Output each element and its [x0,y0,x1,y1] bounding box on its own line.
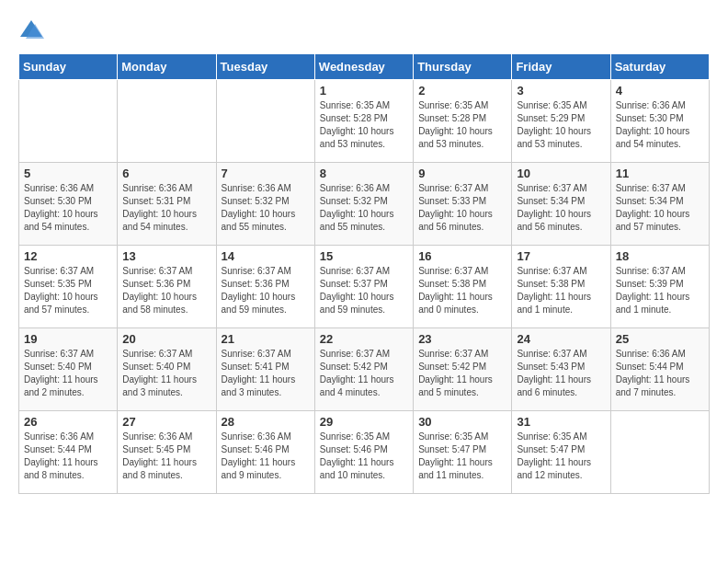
day-number: 20 [122,332,210,346]
calendar-cell: 14Sunrise: 6:37 AM Sunset: 5:36 PM Dayli… [216,246,314,328]
calendar-cell: 11Sunrise: 6:37 AM Sunset: 5:34 PM Dayli… [610,163,709,246]
day-info: Sunrise: 6:36 AM Sunset: 5:32 PM Dayligh… [222,182,310,234]
calendar-cell: 25Sunrise: 6:36 AM Sunset: 5:44 PM Dayli… [610,328,709,411]
calendar-cell: 12Sunrise: 6:37 AM Sunset: 5:35 PM Dayli… [19,246,118,328]
calendar-cell: 31Sunrise: 6:35 AM Sunset: 5:47 PM Dayli… [512,411,610,494]
day-number: 9 [418,167,506,180]
day-info: Sunrise: 6:35 AM Sunset: 5:29 PM Dayligh… [517,99,605,151]
day-number: 30 [418,415,506,429]
calendar-cell: 7Sunrise: 6:36 AM Sunset: 5:32 PM Daylig… [216,163,314,246]
calendar-week-row: 12Sunrise: 6:37 AM Sunset: 5:35 PM Dayli… [19,246,710,328]
calendar-header [18,18,710,44]
calendar-cell: 6Sunrise: 6:36 AM Sunset: 5:31 PM Daylig… [118,163,216,246]
calendar-cell: 3Sunrise: 6:35 AM Sunset: 5:29 PM Daylig… [512,80,610,163]
calendar-cell: 26Sunrise: 6:36 AM Sunset: 5:44 PM Dayli… [19,411,118,494]
day-info: Sunrise: 6:35 AM Sunset: 5:28 PM Dayligh… [418,99,506,151]
day-number: 23 [418,332,506,346]
day-number: 25 [616,332,704,346]
calendar-cell: 19Sunrise: 6:37 AM Sunset: 5:40 PM Dayli… [19,328,118,411]
calendar-cell: 9Sunrise: 6:37 AM Sunset: 5:33 PM Daylig… [414,163,512,246]
day-info: Sunrise: 6:37 AM Sunset: 5:33 PM Dayligh… [418,182,506,234]
day-number: 1 [320,84,408,98]
weekday-header-tuesday: Tuesday [216,54,314,80]
calendar-cell: 24Sunrise: 6:37 AM Sunset: 5:43 PM Dayli… [512,328,610,411]
day-number: 10 [517,167,605,180]
day-number: 24 [517,332,605,346]
day-info: Sunrise: 6:36 AM Sunset: 5:46 PM Dayligh… [222,431,310,482]
calendar-cell: 20Sunrise: 6:37 AM Sunset: 5:40 PM Dayli… [118,328,216,411]
day-info: Sunrise: 6:37 AM Sunset: 5:34 PM Dayligh… [616,182,704,234]
calendar-cell [118,80,216,163]
day-info: Sunrise: 6:35 AM Sunset: 5:46 PM Dayligh… [320,431,408,482]
weekday-header-sunday: Sunday [19,54,118,80]
day-info: Sunrise: 6:37 AM Sunset: 5:34 PM Dayligh… [517,182,605,234]
calendar-cell: 23Sunrise: 6:37 AM Sunset: 5:42 PM Dayli… [414,328,512,411]
weekday-header-thursday: Thursday [414,54,512,80]
day-info: Sunrise: 6:37 AM Sunset: 5:36 PM Dayligh… [222,265,310,316]
day-info: Sunrise: 6:36 AM Sunset: 5:44 PM Dayligh… [24,431,112,482]
day-info: Sunrise: 6:35 AM Sunset: 5:47 PM Dayligh… [418,431,506,482]
day-number: 14 [222,249,310,263]
day-info: Sunrise: 6:37 AM Sunset: 5:42 PM Dayligh… [418,348,506,399]
calendar-cell: 15Sunrise: 6:37 AM Sunset: 5:37 PM Dayli… [314,246,413,328]
day-info: Sunrise: 6:37 AM Sunset: 5:40 PM Dayligh… [122,348,210,399]
day-info: Sunrise: 6:36 AM Sunset: 5:44 PM Dayligh… [616,348,704,399]
weekday-header-saturday: Saturday [610,54,709,80]
day-info: Sunrise: 6:37 AM Sunset: 5:39 PM Dayligh… [616,265,704,316]
calendar-cell: 10Sunrise: 6:37 AM Sunset: 5:34 PM Dayli… [512,163,610,246]
day-info: Sunrise: 6:36 AM Sunset: 5:31 PM Dayligh… [122,182,210,234]
day-info: Sunrise: 6:35 AM Sunset: 5:28 PM Dayligh… [320,99,408,151]
day-info: Sunrise: 6:35 AM Sunset: 5:47 PM Dayligh… [517,431,605,482]
weekday-header-row: SundayMondayTuesdayWednesdayThursdayFrid… [19,54,710,80]
weekday-header-friday: Friday [512,54,610,80]
day-number: 15 [320,249,408,263]
day-number: 29 [320,415,408,429]
calendar-cell: 17Sunrise: 6:37 AM Sunset: 5:38 PM Dayli… [512,246,610,328]
day-info: Sunrise: 6:37 AM Sunset: 5:40 PM Dayligh… [24,348,112,399]
day-number: 2 [418,84,506,98]
calendar-table: SundayMondayTuesdayWednesdayThursdayFrid… [18,53,710,494]
calendar-cell: 1Sunrise: 6:35 AM Sunset: 5:28 PM Daylig… [314,80,413,163]
day-info: Sunrise: 6:36 AM Sunset: 5:45 PM Dayligh… [122,431,210,482]
calendar-cell [610,411,709,494]
day-number: 6 [122,167,210,180]
calendar-week-row: 26Sunrise: 6:36 AM Sunset: 5:44 PM Dayli… [19,411,710,494]
calendar-cell: 30Sunrise: 6:35 AM Sunset: 5:47 PM Dayli… [414,411,512,494]
calendar-cell: 27Sunrise: 6:36 AM Sunset: 5:45 PM Dayli… [118,411,216,494]
day-number: 3 [517,84,605,98]
calendar-cell: 13Sunrise: 6:37 AM Sunset: 5:36 PM Dayli… [118,246,216,328]
calendar-cell: 22Sunrise: 6:37 AM Sunset: 5:42 PM Dayli… [314,328,413,411]
day-info: Sunrise: 6:37 AM Sunset: 5:35 PM Dayligh… [24,265,112,316]
day-info: Sunrise: 6:37 AM Sunset: 5:37 PM Dayligh… [320,265,408,316]
calendar-cell: 28Sunrise: 6:36 AM Sunset: 5:46 PM Dayli… [216,411,314,494]
calendar-cell: 16Sunrise: 6:37 AM Sunset: 5:38 PM Dayli… [414,246,512,328]
day-number: 19 [24,332,112,346]
day-info: Sunrise: 6:37 AM Sunset: 5:43 PM Dayligh… [517,348,605,399]
day-info: Sunrise: 6:36 AM Sunset: 5:32 PM Dayligh… [320,182,408,234]
day-number: 11 [616,167,704,180]
calendar-cell: 21Sunrise: 6:37 AM Sunset: 5:41 PM Dayli… [216,328,314,411]
calendar-cell: 8Sunrise: 6:36 AM Sunset: 5:32 PM Daylig… [314,163,413,246]
calendar-cell: 5Sunrise: 6:36 AM Sunset: 5:30 PM Daylig… [19,163,118,246]
calendar-cell: 29Sunrise: 6:35 AM Sunset: 5:46 PM Dayli… [314,411,413,494]
calendar-cell: 2Sunrise: 6:35 AM Sunset: 5:28 PM Daylig… [414,80,512,163]
day-number: 7 [222,167,310,180]
day-number: 4 [616,84,704,98]
calendar-cell: 4Sunrise: 6:36 AM Sunset: 5:30 PM Daylig… [610,80,709,163]
logo-icon [18,18,44,44]
weekday-header-monday: Monday [118,54,216,80]
day-info: Sunrise: 6:37 AM Sunset: 5:38 PM Dayligh… [517,265,605,316]
day-number: 18 [616,249,704,263]
day-number: 13 [122,249,210,263]
day-number: 16 [418,249,506,263]
day-info: Sunrise: 6:37 AM Sunset: 5:36 PM Dayligh… [122,265,210,316]
day-number: 21 [222,332,310,346]
calendar-week-row: 19Sunrise: 6:37 AM Sunset: 5:40 PM Dayli… [19,328,710,411]
day-number: 27 [122,415,210,429]
calendar-week-row: 5Sunrise: 6:36 AM Sunset: 5:30 PM Daylig… [19,163,710,246]
day-number: 5 [24,167,112,180]
day-info: Sunrise: 6:36 AM Sunset: 5:30 PM Dayligh… [24,182,112,234]
calendar-cell [19,80,118,163]
calendar-cell: 18Sunrise: 6:37 AM Sunset: 5:39 PM Dayli… [610,246,709,328]
day-number: 22 [320,332,408,346]
